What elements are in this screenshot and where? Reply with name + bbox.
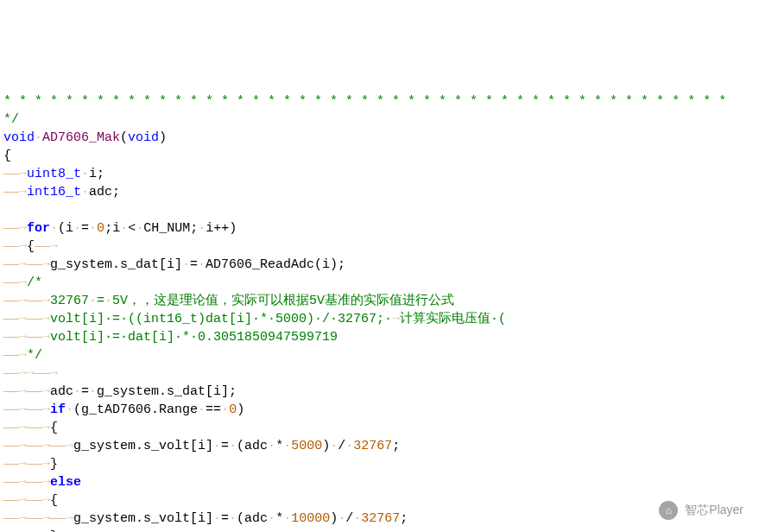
- indent: ——→——→: [3, 493, 50, 508]
- gsys-volt: g_system.s_volt[i]: [73, 511, 213, 526]
- comment-close: */: [27, 348, 42, 363]
- indent: ——→——→——→: [3, 439, 73, 453]
- type-uint8: uint8_t: [27, 167, 81, 181]
- indent: ——→——→: [3, 330, 50, 345]
- var-i: i: [89, 167, 97, 181]
- indent: ——→: [3, 221, 27, 236]
- if-keyword: if: [50, 402, 66, 417]
- indent: ——→——→: [3, 457, 50, 472]
- type-int16: int16_t: [27, 185, 81, 200]
- comment-close: */: [3, 112, 19, 127]
- code-block: * * * * * * * * * * * * * * * * * * * * …: [0, 73, 759, 532]
- indent: ——→: [3, 276, 27, 290]
- call-readadc: AD7606_ReadAdc(i);: [206, 257, 345, 272]
- indent: ——→: [3, 167, 27, 181]
- gsys-volt: g_system.s_volt[i]: [73, 439, 213, 453]
- indent: ——→——→: [3, 402, 50, 417]
- var-adc: adc: [50, 384, 73, 399]
- indent: ——→——→: [3, 312, 50, 326]
- watermark: ⌂ 智芯Player: [659, 501, 743, 520]
- indent: ——→——→: [3, 257, 50, 272]
- comment-text: volt[i]·=·((int16_t)dat[i]·*·5000)·/·327…: [50, 312, 506, 326]
- indent: ——→: [3, 239, 27, 254]
- else-keyword: else: [50, 475, 81, 490]
- indent: ——→——→——→: [3, 511, 73, 526]
- comment-open: /*: [27, 276, 42, 290]
- indent: ——→: [3, 348, 27, 363]
- watermark-icon: ⌂: [659, 501, 678, 520]
- brace-open: {: [3, 149, 11, 163]
- gsys-dat: g_system.s_dat[i]: [50, 257, 182, 272]
- indent: ——→: [3, 185, 27, 200]
- indent: ——→——→: [3, 475, 50, 490]
- comment-text: 32767·=·5V，，这是理论值，实际可以根据5V基准的实际值进行公式: [50, 294, 454, 308]
- indent: ——→——→: [3, 384, 50, 399]
- indent: ——→——→: [3, 421, 50, 435]
- comment-line: * * * * * * * * * * * * * * * * * * * * …: [3, 94, 726, 109]
- indent: ——→→——→: [3, 366, 58, 381]
- comment-text: volt[i]·=·dat[i]·*·0.3051850947599719: [50, 330, 338, 345]
- watermark-text: 智芯Player: [685, 502, 743, 519]
- indent: ——→——→: [3, 294, 50, 308]
- func-signature: void·AD7606_Mak(void): [3, 130, 167, 145]
- var-adc: adc: [89, 185, 112, 200]
- for-keyword: for: [27, 221, 50, 236]
